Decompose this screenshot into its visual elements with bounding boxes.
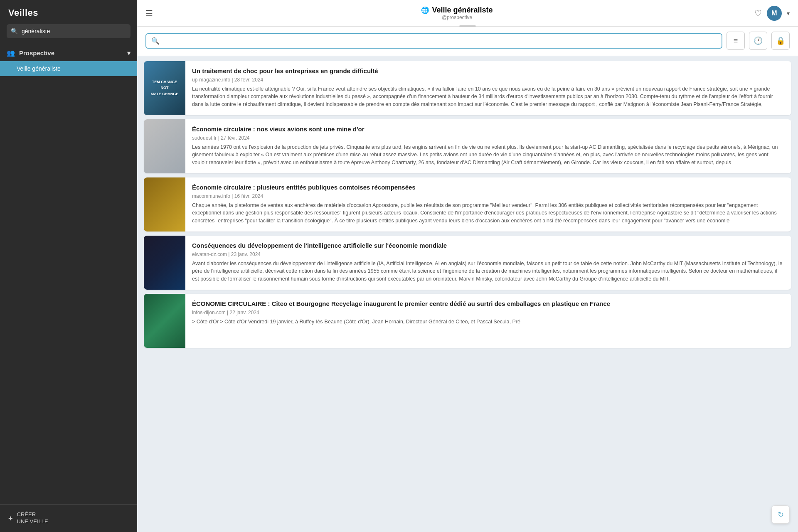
drag-handle [459,25,476,27]
article-body: La neutralité climatique est-elle atteig… [192,85,785,108]
article-meta: macommune.info | 16 févr. 2024 [192,193,785,199]
create-veille-button[interactable]: + CRÉER UNE VEILLE [0,504,137,532]
main-content: ☰ 🌐 Veille généraliste @prospective ♡ M … [137,0,798,532]
article-body: Chaque année, la plateforme de ventes au… [192,202,785,225]
article-title: ÉCONOMIE CIRCULAIRE : Citeo et Bourgogne… [192,300,785,308]
article-body: Avant d'aborder les conséquences du déve… [192,260,785,283]
article-meta: sudouest.fr | 27 févr. 2024 [192,135,785,141]
topbar: ☰ 🌐 Veille généraliste @prospective ♡ M … [137,0,798,27]
article-image [144,119,185,173]
article-card[interactable]: Économie circulaire : nos vieux avions s… [144,119,791,173]
article-body: > Côte d'Or > Côte d'Or Vendredi 19 janv… [192,318,785,326]
article-body: Les années 1970 ont vu l'explosion de la… [192,143,785,167]
filter-button[interactable]: ≡ [727,32,745,50]
plus-icon: + [8,514,13,523]
clock-button[interactable]: 🕐 [749,32,767,50]
article-title: Économie circulaire : plusieurs entités … [192,183,785,192]
article-meta: infos-dijon.com | 22 janv. 2024 [192,310,785,315]
sidebar: Veilles 🔍 👥 Prospective ▾ Veille général… [0,0,137,532]
article-title: Conséquences du développement de l'intel… [192,241,785,250]
search-area: 🔍 ≡ 🕐 🔒 [137,27,798,56]
globe-icon: 🌐 [421,6,429,14]
menu-icon[interactable]: ☰ [145,8,153,18]
sidebar-search-container: 🔍 [7,24,131,38]
articles-list: Un traitement de choc pour les entrepris… [137,56,798,532]
avatar-chevron-icon[interactable]: ▾ [787,10,790,17]
article-image [144,177,185,232]
chevron-down-icon: ▾ [127,49,131,57]
filter-icon: ≡ [734,37,738,45]
search-box: 🔍 [145,33,722,49]
page-subtitle: @prospective [442,15,473,20]
article-card[interactable]: Conséquences du développement de l'intel… [144,236,791,290]
lock-button[interactable]: 🔒 [771,32,790,50]
article-image [144,294,185,348]
page-title: 🌐 Veille généraliste [421,6,493,15]
lock-icon: 🔒 [776,36,785,45]
refresh-button[interactable]: ↻ [771,505,790,524]
article-search-input[interactable] [162,37,717,44]
article-meta: elwatan-dz.com | 23 janv. 2024 [192,251,785,257]
sidebar-item-veille-generaliste[interactable]: Veille généraliste [0,61,137,76]
clock-icon: 🕐 [754,36,763,45]
search-button[interactable]: 🔍 [151,37,160,45]
article-meta: up-magazine.info | 28 févr. 2024 [192,77,785,83]
sidebar-title: Veilles [0,0,137,24]
sidebar-section-label: Prospective [19,49,54,57]
article-image [144,61,185,115]
group-icon: 👥 [7,49,15,57]
article-title: Un traitement de choc pour les entrepris… [192,67,785,75]
article-title: Économie circulaire : nos vieux avions s… [192,125,785,133]
favorite-icon[interactable]: ♡ [754,8,762,18]
sidebar-search-input[interactable] [7,24,131,38]
create-label-line2: UNE VEILLE [17,518,48,525]
refresh-icon: ↻ [778,510,784,519]
article-image [144,236,185,290]
avatar[interactable]: M [767,6,782,21]
article-card[interactable]: ÉCONOMIE CIRCULAIRE : Citeo et Bourgogne… [144,294,791,348]
create-label-line1: CRÉER [17,511,48,518]
article-card[interactable]: Économie circulaire : plusieurs entités … [144,177,791,232]
article-card[interactable]: Un traitement de choc pour les entrepris… [144,61,791,115]
sidebar-search-icon: 🔍 [11,28,18,34]
sidebar-section-prospective[interactable]: 👥 Prospective ▾ [0,45,137,61]
